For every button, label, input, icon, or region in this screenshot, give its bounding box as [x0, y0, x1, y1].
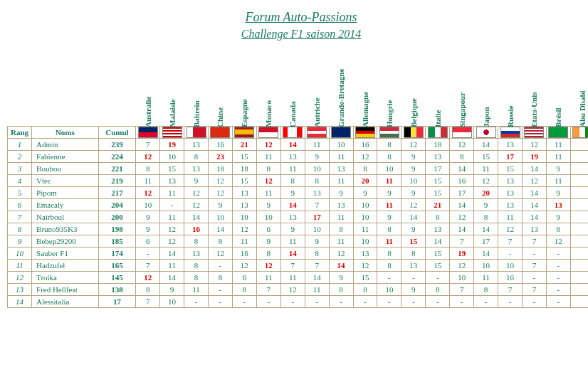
- cell-score: 11: [329, 211, 353, 223]
- cell-score: 9: [305, 151, 329, 163]
- race-header: Japon: [474, 55, 498, 127]
- cell-score: 14: [450, 223, 474, 235]
- cell-score: 7: [305, 199, 329, 211]
- cell-score: 7: [305, 260, 329, 272]
- flag-icon: [522, 127, 546, 139]
- cell-score: 13: [522, 223, 546, 235]
- cell-score: [570, 260, 588, 272]
- cell-score: 7: [498, 235, 523, 248]
- cell-score: 7: [450, 284, 474, 296]
- cell-score: 11: [160, 260, 184, 272]
- cell-score: 11: [377, 235, 401, 248]
- cell-score: 17: [498, 151, 523, 163]
- cell-score: 8: [377, 260, 401, 272]
- cell-score: 14: [426, 235, 450, 248]
- cell-score: 7: [522, 260, 546, 272]
- cell-score: 16: [184, 223, 209, 235]
- cell-score: 14: [280, 139, 305, 151]
- flag-icon: [450, 127, 474, 139]
- cell-score: -: [280, 296, 305, 308]
- cell-score: 11: [136, 175, 160, 187]
- cell-score: 12: [208, 248, 232, 260]
- cell-score: 8: [184, 272, 209, 284]
- cell-score: 18: [208, 163, 232, 175]
- cell-score: 14: [401, 211, 426, 223]
- cell-score: 16: [208, 139, 232, 151]
- cell-score: -: [353, 296, 377, 308]
- cell-rank: 3: [8, 163, 32, 175]
- cell-score: 10: [305, 163, 329, 175]
- cell-score: 12: [498, 223, 523, 235]
- cell-score: 12: [353, 151, 377, 163]
- cell-name: Fabienne: [32, 151, 99, 163]
- cell-score: -: [377, 272, 401, 284]
- cell-score: 8: [136, 284, 160, 296]
- cell-score: 19: [160, 139, 184, 151]
- page-subtitle: Challenge F1 saison 2014: [7, 28, 588, 41]
- cell-score: 11: [329, 175, 353, 187]
- table-row: 1Admin2397191316211214111016812181214131…: [8, 139, 589, 151]
- cell-score: 15: [232, 151, 256, 163]
- cell-score: 9: [401, 187, 426, 199]
- cell-score: -: [522, 296, 546, 308]
- cell-score: 12: [208, 175, 232, 187]
- cell-score: 9: [546, 211, 570, 223]
- cell-score: [570, 151, 588, 163]
- cell-cumul: 217: [98, 187, 136, 199]
- race-header: Allemagne: [353, 55, 377, 127]
- cell-score: 11: [377, 199, 401, 211]
- cell-score: 12: [136, 151, 160, 163]
- cell-name: Alessitalia: [32, 296, 99, 308]
- table-row: 13Fred Hellfest1388911-8712118810987877-: [8, 284, 589, 296]
- cell-score: 14: [474, 139, 498, 151]
- table-row: 2Fabienne2241210823151113911128913815171…: [8, 151, 589, 163]
- cell-score: [570, 211, 588, 223]
- cell-score: 11: [160, 187, 184, 199]
- cell-score: 10: [353, 199, 377, 211]
- cell-score: 10: [232, 211, 256, 223]
- cell-score: 13: [498, 199, 523, 211]
- cell-score: 10: [450, 272, 474, 284]
- cell-score: 12: [232, 223, 256, 235]
- cell-score: 13: [184, 163, 209, 175]
- cell-score: 8: [377, 139, 401, 151]
- cell-score: 13: [280, 211, 305, 223]
- page-title: Forum Auto-Passions: [7, 10, 588, 25]
- cell-cumul: 138: [98, 284, 136, 296]
- cell-score: 9: [136, 211, 160, 223]
- cell-score: 14: [522, 187, 546, 199]
- cell-score: -: [498, 248, 523, 260]
- cell-score: 19: [450, 248, 474, 260]
- cell-score: 18: [426, 139, 450, 151]
- cell-score: 9: [280, 223, 305, 235]
- cell-cumul: 145: [98, 272, 136, 284]
- cell-score: -: [208, 260, 232, 272]
- cell-score: 15: [426, 187, 450, 199]
- table-row: 8Bruno935K319891216141269108118913141412…: [8, 223, 589, 235]
- cell-score: 8: [136, 163, 160, 175]
- cell-score: 12: [256, 139, 280, 151]
- cell-score: 10: [329, 139, 353, 151]
- cell-score: 13: [280, 151, 305, 163]
- cell-score: 10: [377, 163, 401, 175]
- cell-score: 13: [184, 139, 209, 151]
- cell-score: 13: [426, 223, 450, 235]
- cell-score: 9: [184, 175, 209, 187]
- cell-rank: 8: [8, 223, 32, 235]
- cell-score: 14: [160, 272, 184, 284]
- cell-score: 9: [401, 163, 426, 175]
- cell-score: 12: [329, 248, 353, 260]
- cell-score: -: [232, 296, 256, 308]
- cell-name: Hadzufel: [32, 260, 99, 272]
- cell-score: -: [474, 296, 498, 308]
- table-row: 3Boubou221815131818811101381091714111514…: [8, 163, 589, 175]
- cell-score: 9: [208, 199, 232, 211]
- cell-score: 17: [426, 163, 450, 175]
- cell-score: 15: [160, 163, 184, 175]
- cell-rank: 13: [8, 284, 32, 296]
- race-header: Bahreïn: [184, 55, 209, 127]
- cell-score: 8: [208, 235, 232, 248]
- cell-score: 9: [329, 187, 353, 199]
- cell-score: 11: [305, 139, 329, 151]
- cell-score: 6: [256, 223, 280, 235]
